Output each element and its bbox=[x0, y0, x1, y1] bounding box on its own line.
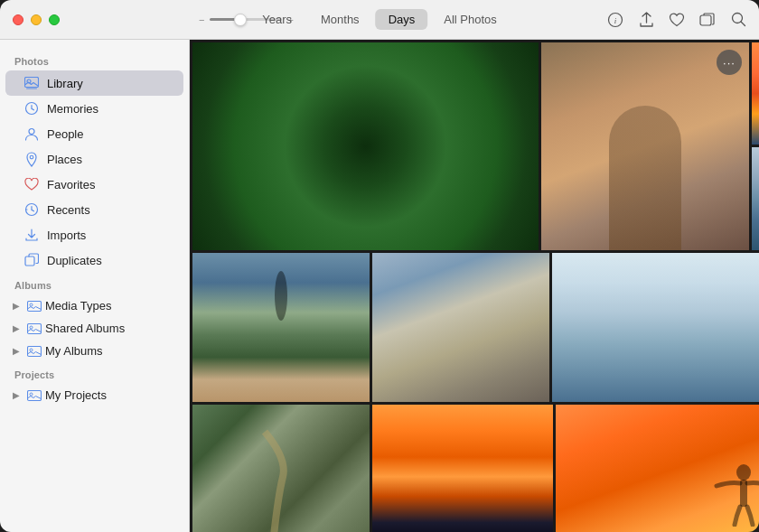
duplicate-icon[interactable] bbox=[699, 12, 716, 28]
sidebar-item-favorites[interactable]: Favorites bbox=[5, 172, 183, 197]
photo-woman-arms[interactable] bbox=[556, 405, 759, 532]
photo-woman-sunset[interactable] bbox=[372, 405, 553, 532]
photo-row-1: ··· bbox=[192, 42, 756, 250]
svg-point-20 bbox=[30, 393, 33, 396]
tab-months[interactable]: Months bbox=[308, 9, 372, 30]
zoom-out-icon: − bbox=[199, 14, 204, 25]
sidebar-item-duplicates-label: Duplicates bbox=[47, 254, 102, 267]
photo-forest[interactable] bbox=[192, 42, 539, 250]
photo-sunset-couple[interactable] bbox=[752, 42, 759, 145]
info-icon[interactable]: i bbox=[607, 12, 623, 28]
imports-icon bbox=[23, 227, 40, 243]
sidebar-item-recents[interactable]: Recents bbox=[5, 197, 183, 222]
sidebar-item-library[interactable]: Library bbox=[5, 70, 183, 96]
photo-woman-beach[interactable]: ··· bbox=[541, 42, 749, 250]
sidebar-item-shared-albums[interactable]: ▶ Shared Albums bbox=[5, 317, 183, 340]
sidebar-item-recents-label: Recents bbox=[47, 203, 90, 217]
sidebar: Photos Library Memories bbox=[0, 40, 190, 532]
svg-point-9 bbox=[29, 129, 34, 135]
svg-point-21 bbox=[736, 464, 751, 481]
photo-snow-mountains[interactable] bbox=[552, 253, 759, 402]
more-button[interactable]: ··· bbox=[717, 50, 742, 75]
favorites-icon bbox=[23, 176, 40, 192]
svg-rect-17 bbox=[28, 346, 42, 356]
main-content: Photos Library Memories bbox=[0, 40, 759, 532]
my-albums-icon bbox=[27, 345, 42, 358]
svg-point-10 bbox=[30, 155, 33, 159]
traffic-lights bbox=[13, 14, 60, 25]
my-projects-icon bbox=[27, 389, 42, 402]
maximize-button[interactable] bbox=[49, 14, 60, 25]
heart-icon[interactable] bbox=[669, 12, 685, 28]
svg-point-16 bbox=[30, 326, 33, 329]
expand-arrow-my-albums: ▶ bbox=[13, 346, 23, 356]
photos-section-label: Photos bbox=[0, 49, 189, 70]
photo-grid: ··· bbox=[190, 40, 759, 532]
memories-icon bbox=[23, 100, 40, 117]
svg-rect-12 bbox=[25, 257, 34, 266]
sidebar-item-my-albums-label: My Albums bbox=[45, 344, 103, 358]
titlebar: − + Years Months Days All Photos i bbox=[0, 0, 759, 40]
close-button[interactable] bbox=[13, 14, 23, 25]
people-icon bbox=[23, 126, 40, 142]
sidebar-item-imports[interactable]: Imports bbox=[5, 222, 183, 247]
albums-section-label: Albums bbox=[0, 273, 189, 294]
sidebar-item-places[interactable]: Places bbox=[5, 146, 183, 172]
svg-text:i: i bbox=[614, 16, 617, 25]
svg-rect-2 bbox=[700, 15, 711, 25]
photo-castle[interactable] bbox=[372, 253, 549, 402]
sidebar-item-my-projects[interactable]: ▶ My Projects bbox=[5, 384, 183, 406]
svg-rect-13 bbox=[28, 301, 42, 311]
photo-row-3 bbox=[192, 405, 756, 532]
tab-days[interactable]: Days bbox=[376, 9, 428, 30]
sidebar-item-shared-albums-label: Shared Albums bbox=[45, 322, 125, 335]
sidebar-item-places-label: Places bbox=[47, 153, 82, 166]
duplicates-icon bbox=[23, 252, 40, 268]
svg-rect-15 bbox=[28, 323, 42, 333]
titlebar-actions: i bbox=[607, 12, 746, 28]
sidebar-item-media-types[interactable]: ▶ Media Types bbox=[5, 294, 183, 317]
sidebar-item-my-albums[interactable]: ▶ My Albums bbox=[5, 340, 183, 362]
expand-arrow-my-projects: ▶ bbox=[13, 390, 23, 400]
places-icon bbox=[23, 151, 40, 167]
svg-line-4 bbox=[741, 22, 745, 26]
sidebar-item-media-types-label: Media Types bbox=[45, 299, 111, 313]
recents-icon bbox=[23, 201, 40, 218]
svg-point-18 bbox=[30, 349, 33, 351]
sidebar-item-my-projects-label: My Projects bbox=[45, 388, 107, 402]
sidebar-item-duplicates[interactable]: Duplicates bbox=[5, 247, 183, 273]
photo-stack-right bbox=[752, 42, 759, 250]
sidebar-item-favorites-label: Favorites bbox=[47, 178, 95, 191]
shared-albums-icon bbox=[27, 322, 42, 335]
tab-all-photos[interactable]: All Photos bbox=[431, 9, 510, 30]
photo-mountains-mist[interactable] bbox=[752, 147, 759, 250]
photo-road-aerial[interactable] bbox=[192, 405, 370, 532]
sidebar-item-people-label: People bbox=[47, 127, 83, 141]
minimize-button[interactable] bbox=[31, 14, 42, 25]
share-icon[interactable] bbox=[638, 12, 654, 28]
expand-arrow-media-types: ▶ bbox=[13, 301, 23, 311]
projects-section-label: Projects bbox=[0, 362, 189, 384]
svg-rect-19 bbox=[28, 390, 42, 400]
sidebar-item-memories-label: Memories bbox=[47, 102, 98, 116]
tab-years[interactable]: Years bbox=[249, 9, 305, 30]
sidebar-item-memories[interactable]: Memories bbox=[5, 96, 183, 121]
sidebar-item-people[interactable]: People bbox=[5, 121, 183, 146]
library-icon bbox=[23, 75, 40, 91]
expand-arrow-shared-albums: ▶ bbox=[13, 323, 23, 333]
search-icon[interactable] bbox=[730, 12, 746, 28]
sidebar-item-library-label: Library bbox=[47, 77, 83, 90]
titlebar-nav: Years Months Days All Photos bbox=[249, 9, 510, 30]
photo-lake-mountains[interactable] bbox=[192, 253, 370, 402]
svg-point-14 bbox=[30, 303, 33, 306]
sidebar-item-imports-label: Imports bbox=[47, 229, 86, 242]
photo-row-2 bbox=[192, 253, 756, 402]
svg-rect-7 bbox=[26, 89, 37, 89]
media-types-icon bbox=[27, 300, 42, 313]
